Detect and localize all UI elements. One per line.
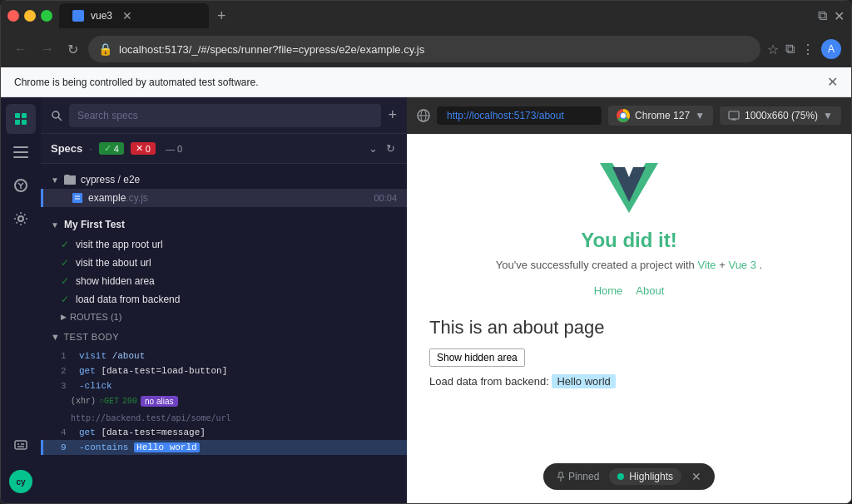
search-input[interactable] xyxy=(69,104,381,127)
get-label: ○GET xyxy=(99,397,119,406)
nav-about-link[interactable]: About xyxy=(636,284,664,297)
svg-point-25 xyxy=(621,113,626,118)
address-bar[interactable]: 🔒 localhost:5173/_/#/specs/runner?file=c… xyxy=(88,36,760,62)
tab-close-icon[interactable]: ✕ xyxy=(122,9,132,22)
test-runner-panel: + Specs · ✓ 4 ✕ 0 — 0 ⌄ ↻ xyxy=(41,97,407,503)
step-number: 9 xyxy=(61,442,72,452)
step-row[interactable]: 2 get [data-test=load-button] xyxy=(41,363,407,378)
step-row[interactable]: 3 -click xyxy=(41,378,407,393)
bottom-toolbar: Pinned Highlights ✕ xyxy=(543,463,715,490)
close-button[interactable] xyxy=(7,10,19,22)
highlights-button[interactable]: Highlights xyxy=(609,468,681,485)
vue-logo xyxy=(596,159,662,220)
main-content: cy + Specs · ✓ 4 ✕ 0 xyxy=(1,97,851,503)
sidebar-item-specs[interactable] xyxy=(6,104,36,134)
file-icon xyxy=(72,192,83,204)
size-selector[interactable]: 1000x660 (75%) ▼ xyxy=(720,106,841,125)
notification-bar: Chrome is being controlled by automated … xyxy=(1,67,851,97)
svg-rect-6 xyxy=(13,151,28,153)
globe-icon xyxy=(417,109,430,122)
sidebar-item-settings[interactable] xyxy=(6,204,36,234)
window-close-icon[interactable]: ✕ xyxy=(834,8,845,24)
sidebar-item-debug[interactable] xyxy=(6,170,36,200)
test-group-name: My First Test xyxy=(64,219,125,230)
maximize-button[interactable] xyxy=(41,10,52,22)
svg-rect-7 xyxy=(13,156,28,158)
sidebar-item-list[interactable] xyxy=(6,137,36,167)
chrome-icon xyxy=(617,109,630,122)
svg-line-16 xyxy=(58,117,62,121)
svg-rect-17 xyxy=(72,193,82,203)
step-code: get [data-test=load-button] xyxy=(79,366,397,376)
lock-icon: 🔒 xyxy=(98,42,112,56)
nav-home-link[interactable]: Home xyxy=(594,284,623,297)
cypress-logo: cy xyxy=(9,470,32,493)
pass-icon: ✓ xyxy=(61,257,69,269)
folder-name: cypress / e2e xyxy=(81,174,140,185)
collapse-icon: ▼ xyxy=(51,175,59,185)
pending-badge: — 0 xyxy=(162,143,186,155)
file-name: example.cy.js xyxy=(88,192,148,204)
step-number: 3 xyxy=(61,381,72,391)
star-icon[interactable]: ☆ xyxy=(767,42,779,57)
pass-icon: ✓ xyxy=(61,239,69,250)
list-item[interactable]: ✓ visit the app root url xyxy=(41,235,407,254)
window-controls xyxy=(7,10,52,22)
svg-point-0 xyxy=(74,12,82,20)
extensions-icon[interactable]: ⧉ xyxy=(785,42,795,57)
step-number: 2 xyxy=(61,366,72,376)
browser-selector[interactable]: Chrome 127 ▼ xyxy=(608,106,713,126)
reload-button[interactable]: ↻ xyxy=(64,38,82,61)
sidebar-item-shortcuts[interactable] xyxy=(6,430,36,460)
notification-close-icon[interactable]: ✕ xyxy=(827,74,838,90)
svg-rect-11 xyxy=(15,441,27,449)
test-name: load data from backend xyxy=(76,294,180,305)
add-spec-button[interactable]: + xyxy=(388,106,397,124)
about-section: This is an about page Show hidden area L… xyxy=(429,317,829,388)
step-row[interactable]: 4 get [data-test=message] xyxy=(41,425,407,440)
menu-icon[interactable]: ⋮ xyxy=(801,42,815,57)
new-tab-button[interactable]: + xyxy=(212,6,231,27)
expand-button[interactable]: ⌄ xyxy=(367,141,379,156)
avatar[interactable]: A xyxy=(821,39,841,59)
refresh-button[interactable]: ↻ xyxy=(384,141,397,156)
fail-badge: ✕ 0 xyxy=(131,142,156,155)
test-name: show hidden area xyxy=(76,275,155,287)
show-hidden-button[interactable]: Show hidden area xyxy=(429,348,525,367)
monitor-icon xyxy=(728,111,740,121)
forward-button[interactable]: → xyxy=(37,38,57,60)
browser-window: vue3 ✕ + ⧉ ✕ ← → ↻ 🔒 localhost:5173/_/#/… xyxy=(0,0,852,504)
test-group-header[interactable]: ▼ My First Test xyxy=(41,214,407,235)
routes-label[interactable]: ▶ ROUTES (1) xyxy=(61,312,387,322)
load-data-label: Load data from backend: Hello world xyxy=(429,375,829,388)
minimize-button[interactable] xyxy=(24,10,36,22)
list-item[interactable]: ✓ visit the about url xyxy=(41,254,407,272)
step-row[interactable]: 1 visit /about xyxy=(41,348,407,363)
test-name: visit the app root url xyxy=(76,239,163,250)
preview-content: You did it! You've successfully created … xyxy=(407,134,851,503)
toolbar-close-icon[interactable]: ✕ xyxy=(691,470,701,483)
vite-link[interactable]: Vite xyxy=(697,259,716,271)
active-tab[interactable]: vue3 ✕ xyxy=(59,3,209,28)
folder-item[interactable]: ▼ cypress / e2e xyxy=(41,170,407,189)
file-item[interactable]: example.cy.js 00:04 xyxy=(41,189,407,207)
routes-arrow-icon: ▶ xyxy=(61,313,67,321)
routes-section: ▶ ROUTES (1) xyxy=(41,309,407,325)
tab-favicon xyxy=(72,10,84,22)
restore-icon[interactable]: ⧉ xyxy=(818,8,827,23)
test-body-arrow: ▼ xyxy=(51,332,60,342)
pass-icon: ✓ xyxy=(61,275,69,287)
back-button[interactable]: ← xyxy=(11,38,31,60)
step-row-active[interactable]: 9 -contains Hello world xyxy=(41,440,407,455)
svg-rect-2 xyxy=(22,113,27,118)
preview-url-bar[interactable]: http://localhost:5173/about xyxy=(437,106,602,125)
list-item[interactable]: ✓ show hidden area xyxy=(41,272,407,290)
vue-link[interactable]: Vue 3 xyxy=(728,259,756,271)
file-ext: .cy.js xyxy=(126,192,147,204)
cy-logo-item[interactable]: cy xyxy=(6,467,36,497)
list-item[interactable]: ✓ load data from backend xyxy=(41,290,407,309)
svg-rect-5 xyxy=(13,146,28,148)
browser-dropdown-icon: ▼ xyxy=(695,110,705,121)
notification-text: Chrome is being controlled by automated … xyxy=(14,77,820,88)
test-body-label[interactable]: ▼ TEST BODY xyxy=(51,329,397,345)
